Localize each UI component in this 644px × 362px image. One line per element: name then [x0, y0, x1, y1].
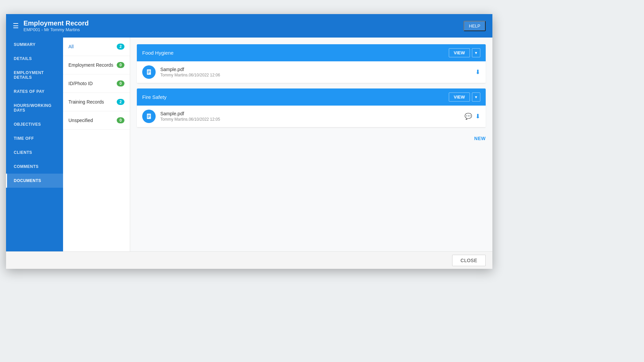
- sidebar-item-time-off[interactable]: TIME OFF: [6, 131, 63, 145]
- main-content: Food Hygiene VIEW ▾: [130, 38, 492, 251]
- fire-safety-doc-row: Sample.pdf Tommy Martins.06/10/2022 12:0…: [137, 106, 486, 127]
- food-hygiene-download-icon[interactable]: ⬇: [475, 68, 480, 76]
- fire-safety-section: Fire Safety VIEW ▾: [137, 88, 486, 127]
- fire-safety-doc-meta: Tommy Martins.06/10/2022 12:05: [160, 117, 465, 122]
- svg-rect-6: [148, 115, 150, 116]
- modal-sidebar: SUMMARY DETAILS EMPLOYMENT DETAILS RATES…: [6, 38, 63, 251]
- sidebar-item-objectives[interactable]: OBJECTIVES: [6, 117, 63, 131]
- food-hygiene-doc-name: Sample.pdf: [160, 67, 475, 72]
- food-hygiene-doc-row: Sample.pdf Tommy Martins.06/10/2022 12:0…: [137, 61, 486, 83]
- category-employment-badge: 0: [117, 62, 124, 68]
- category-all[interactable]: All 2: [63, 38, 130, 56]
- fire-safety-header: Fire Safety VIEW ▾: [137, 88, 486, 106]
- food-hygiene-actions: VIEW ▾: [449, 48, 480, 57]
- category-unspecified-label: Unspecified: [68, 118, 93, 123]
- modal-header-left: ☰ Employment Record EMP001 - Mr Tommy Ma…: [13, 19, 89, 32]
- employment-record-modal: ☰ Employment Record EMP001 - Mr Tommy Ma…: [6, 14, 492, 269]
- fire-safety-view-button[interactable]: VIEW: [449, 93, 470, 102]
- svg-rect-2: [148, 71, 150, 71]
- category-id-photo[interactable]: ID/Photo ID 0: [63, 74, 130, 93]
- svg-rect-7: [148, 116, 150, 117]
- sidebar-item-hours-working-days[interactable]: HOURS/WORKING DAYS: [6, 99, 63, 117]
- sidebar-item-clients[interactable]: CLIENTS: [6, 145, 63, 160]
- modal-subtitle: EMP001 - Mr Tommy Martins: [23, 27, 89, 32]
- category-panel: All 2 Employment Records 0 ID/Photo ID 0…: [63, 38, 130, 251]
- category-id-label: ID/Photo ID: [68, 81, 93, 86]
- modal-body: SUMMARY DETAILS EMPLOYMENT DETAILS RATES…: [6, 38, 492, 251]
- new-document-button[interactable]: NEW: [474, 136, 486, 141]
- modal-header: ☰ Employment Record EMP001 - Mr Tommy Ma…: [6, 14, 492, 38]
- fire-safety-title: Fire Safety: [142, 94, 167, 100]
- svg-rect-8: [148, 117, 149, 118]
- category-training-label: Training Records: [68, 99, 104, 105]
- sidebar-item-rates-of-pay[interactable]: RATES OF PAY: [6, 84, 63, 99]
- food-hygiene-title: Food Hygiene: [142, 50, 173, 56]
- food-hygiene-doc-info: Sample.pdf Tommy Martins.06/10/2022 12:0…: [160, 67, 475, 77]
- fire-safety-doc-actions: 💬 ⬇: [465, 113, 480, 120]
- food-hygiene-doc-meta: Tommy Martins.06/10/2022 12:06: [160, 73, 475, 77]
- sidebar-item-documents[interactable]: DOCUMENTS: [6, 174, 63, 188]
- svg-rect-4: [148, 73, 149, 73]
- category-unspecified-badge: 0: [117, 117, 124, 123]
- category-all-badge: 2: [117, 44, 124, 50]
- chevron-down-icon-2: ▾: [475, 95, 477, 100]
- sidebar-item-details[interactable]: DETAILS: [6, 52, 63, 66]
- fire-safety-download-icon[interactable]: ⬇: [475, 113, 480, 120]
- fire-safety-doc-info: Sample.pdf Tommy Martins.06/10/2022 12:0…: [160, 111, 465, 122]
- category-training-badge: 2: [117, 99, 124, 105]
- food-hygiene-doc-actions: ⬇: [475, 68, 480, 76]
- sidebar-item-employment-details[interactable]: EMPLOYMENT DETAILS: [6, 66, 63, 84]
- category-employment-label: Employment Records: [68, 62, 113, 68]
- modal-titles: Employment Record EMP001 - Mr Tommy Mart…: [23, 19, 89, 32]
- food-hygiene-dropdown-button[interactable]: ▾: [472, 48, 480, 57]
- menu-icon[interactable]: ☰: [13, 22, 19, 30]
- food-hygiene-doc-icon: [142, 65, 156, 79]
- food-hygiene-section: Food Hygiene VIEW ▾: [137, 44, 486, 83]
- modal-help-button[interactable]: HELP: [464, 21, 486, 31]
- modal-footer: CLOSE: [6, 251, 492, 269]
- fire-safety-doc-name: Sample.pdf: [160, 111, 465, 116]
- chevron-down-icon: ▾: [475, 50, 477, 55]
- category-all-label: All: [68, 44, 74, 49]
- food-hygiene-header: Food Hygiene VIEW ▾: [137, 44, 486, 61]
- new-button-container: NEW: [137, 133, 486, 144]
- fire-safety-actions: VIEW ▾: [449, 93, 480, 102]
- svg-rect-3: [148, 72, 150, 72]
- fire-safety-comment-icon[interactable]: 💬: [465, 113, 472, 120]
- category-employment-records[interactable]: Employment Records 0: [63, 56, 130, 74]
- close-button[interactable]: CLOSE: [452, 255, 486, 266]
- fire-safety-doc-icon: [142, 110, 156, 123]
- food-hygiene-view-button[interactable]: VIEW: [449, 48, 470, 57]
- modal-title: Employment Record: [23, 19, 89, 27]
- sidebar-item-comments[interactable]: COMMENTS: [6, 160, 63, 174]
- category-unspecified[interactable]: Unspecified 0: [63, 111, 130, 130]
- category-training-records[interactable]: Training Records 2: [63, 93, 130, 111]
- category-id-badge: 0: [117, 80, 124, 86]
- fire-safety-dropdown-button[interactable]: ▾: [472, 93, 480, 102]
- sidebar-item-summary[interactable]: SUMMARY: [6, 38, 63, 52]
